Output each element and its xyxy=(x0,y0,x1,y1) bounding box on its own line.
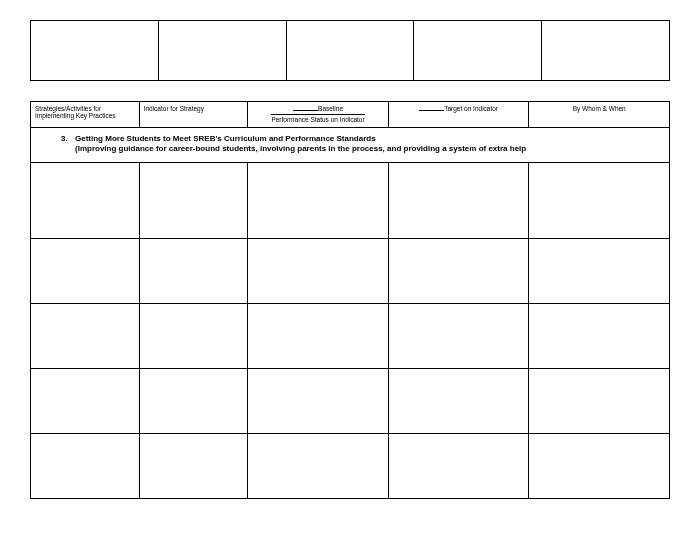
body-cell xyxy=(248,368,389,433)
body-cell xyxy=(388,238,529,303)
body-cell xyxy=(388,163,529,238)
body-cell xyxy=(139,433,248,498)
top-cell xyxy=(158,21,286,81)
body-cell xyxy=(529,163,670,238)
target-label: Target on Indicator xyxy=(444,105,498,112)
baseline-label: Baseline xyxy=(318,105,343,112)
body-cell xyxy=(529,238,670,303)
body-cell xyxy=(388,433,529,498)
top-blank-table xyxy=(30,20,670,81)
header-indicator: Indicator for Strategy xyxy=(139,102,248,128)
body-cell xyxy=(529,433,670,498)
body-cell xyxy=(139,303,248,368)
body-cell xyxy=(529,368,670,433)
blank-underline xyxy=(419,105,444,111)
blank-underline xyxy=(293,105,318,111)
section-heading-row: 3.Getting More Students to Meet SREB's C… xyxy=(30,128,670,164)
body-cell xyxy=(31,163,140,238)
header-bywhom: By Whom & When xyxy=(529,102,670,128)
section-title-line2: (Improving guidance for career-bound stu… xyxy=(75,144,526,154)
body-cell xyxy=(31,433,140,498)
section-title: 3.Getting More Students to Meet SREB's C… xyxy=(61,134,661,155)
body-cell xyxy=(139,368,248,433)
performance-status-label: Performance Status on Indicator xyxy=(271,114,364,124)
body-table xyxy=(30,163,670,499)
body-cell xyxy=(248,433,389,498)
section-title-line1: Getting More Students to Meet SREB's Cur… xyxy=(75,134,376,143)
body-cell xyxy=(529,303,670,368)
top-cell xyxy=(286,21,414,81)
top-cell xyxy=(31,21,159,81)
body-cell xyxy=(248,303,389,368)
body-cell xyxy=(388,368,529,433)
section-number: 3. xyxy=(61,134,75,144)
body-cell xyxy=(31,238,140,303)
body-cell xyxy=(248,238,389,303)
top-cell xyxy=(414,21,542,81)
top-cell xyxy=(542,21,670,81)
body-cell xyxy=(139,238,248,303)
header-target: Target on Indicator xyxy=(388,102,529,128)
body-cell xyxy=(31,303,140,368)
body-cell xyxy=(31,368,140,433)
body-cell xyxy=(248,163,389,238)
column-headers: Strategies/Activities for Implementing K… xyxy=(30,101,670,128)
header-strategies: Strategies/Activities for Implementing K… xyxy=(31,102,140,128)
body-cell xyxy=(388,303,529,368)
header-baseline: Baseline Performance Status on Indicator xyxy=(248,102,389,128)
body-cell xyxy=(139,163,248,238)
